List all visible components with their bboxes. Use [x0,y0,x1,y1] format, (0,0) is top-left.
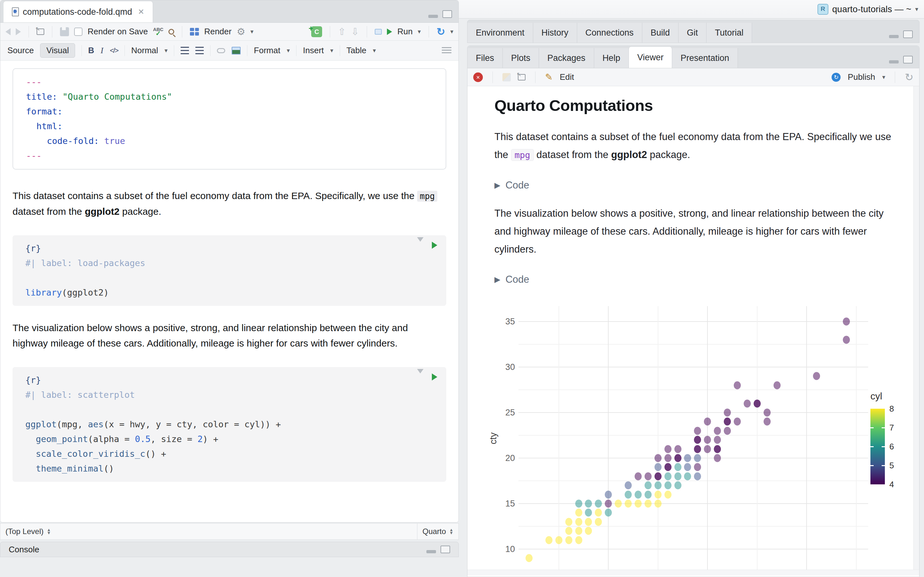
viewer-content[interactable]: Quarto Computations This dataset contain… [467,86,919,570]
viewer-bottom-strip [467,570,919,575]
code-format-button[interactable]: </> [110,47,118,55]
format-menu-caret-icon[interactable]: ▾ [287,47,290,54]
link-icon[interactable] [217,48,225,53]
paragraph-style-dropdown[interactable]: Normal [131,45,158,55]
editor-paragraph[interactable]: This dataset contains a subset of the fu… [13,188,444,219]
run-next-icon[interactable]: ⇩ [351,26,359,37]
run-chunk-icon[interactable] [432,242,437,249]
maximize-pane-icon[interactable] [903,31,913,38]
tab-history[interactable]: History [533,23,577,43]
publish-icon[interactable]: ↻ [832,73,841,82]
insert-chunk-icon[interactable]: C [311,26,322,37]
spellcheck-icon[interactable]: ABC✓ [153,27,164,36]
tab-packages[interactable]: Packages [539,48,594,68]
tab-build[interactable]: Build [642,23,678,43]
bold-button[interactable]: B [88,45,94,55]
maximize-pane-icon[interactable] [443,10,452,18]
data-point [565,518,572,526]
inline-code: mpg [511,149,534,161]
image-icon[interactable] [232,47,241,55]
visual-mode-button[interactable]: Visual [40,43,75,58]
format-menu[interactable]: Format [254,45,280,55]
run-chunks-above-icon[interactable] [417,242,423,249]
doc-title: Quarto Computations [494,97,900,114]
find-replace-icon[interactable] [168,29,174,35]
data-point [674,463,682,471]
tab-files[interactable]: Files [467,48,503,68]
bullet-list-icon[interactable] [181,47,189,55]
close-tab-icon[interactable]: ✕ [138,7,144,16]
refresh-viewer-icon[interactable]: ↻ [905,71,913,83]
maximize-console-icon[interactable] [441,546,450,553]
project-menu[interactable]: R quarto-tutorials — ~ ▾ [817,4,918,15]
edit-button[interactable]: Edit [559,72,574,82]
render-settings-caret-icon[interactable]: ▾ [250,28,254,35]
run-previous-icon[interactable]: ⇧ [338,26,346,37]
code-chunk-scatterplot[interactable]: {r}#| label: scatterplot ggplot(mpg, aes… [13,367,446,482]
run-button[interactable]: Run [397,27,413,37]
render-settings-gear-icon[interactable]: ⚙ [237,26,246,37]
run-chunk-icon[interactable] [432,374,437,380]
code-line: theme_minimal() [25,461,433,476]
save-file-icon[interactable] [60,27,69,36]
back-icon[interactable] [5,28,11,35]
numbered-list-icon[interactable] [195,47,204,55]
tab-connections[interactable]: Connections [577,23,642,43]
data-point [575,518,582,526]
popout-editor-icon[interactable] [37,29,44,35]
publish-caret-icon[interactable]: ▾ [882,73,885,81]
paragraph-style-caret-icon[interactable]: ▾ [165,47,168,54]
source-mode-button[interactable]: Source [7,45,34,55]
render-on-save-checkbox[interactable] [74,27,82,36]
data-point [813,372,820,380]
doc-paragraph: The visualization below shows a positive… [494,205,900,258]
minimize-console-icon[interactable] [426,550,436,553]
run-chunks-above-icon[interactable] [417,374,423,380]
editor-paragraph[interactable]: The visualization below shows a positive… [13,320,444,351]
run-arrow-icon [387,29,392,35]
table-menu[interactable]: Table [347,45,367,55]
code-fold-toggle-1[interactable]: ▶ Code [494,179,900,191]
forward-icon[interactable] [16,28,21,35]
minimize-pane-icon[interactable] [889,60,899,63]
render-icon[interactable] [190,28,199,35]
viewer-scrollbar[interactable] [913,86,919,570]
yaml-metadata-block[interactable]: ---title: "Quarto Computations"format: h… [13,68,446,169]
y-axis-title: cty [488,432,499,444]
tab-git[interactable]: Git [678,23,707,43]
table-menu-caret-icon[interactable]: ▾ [373,47,376,54]
minimize-pane-icon[interactable] [428,15,438,18]
editor-tab[interactable]: computations-code-fold.qmd ✕ [3,1,153,23]
document-outline-icon[interactable] [442,47,451,54]
insert-menu-caret-icon[interactable]: ▾ [330,47,333,54]
tab-help[interactable]: Help [594,48,629,68]
tab-plots[interactable]: Plots [503,48,539,68]
minimize-pane-icon[interactable] [889,35,899,38]
code-chunk-load-packages[interactable]: {r}#| label: load-packages library(ggplo… [13,235,446,306]
tab-tutorial[interactable]: Tutorial [706,23,752,43]
editor-content[interactable]: ---title: "Quarto Computations"format: h… [0,61,459,522]
tab-environment[interactable]: Environment [467,23,533,43]
console-header[interactable]: Console [0,542,459,557]
rerun-icon[interactable]: ↻ [437,26,445,38]
popout-viewer-icon[interactable] [518,74,525,81]
insert-menu[interactable]: Insert [303,45,324,55]
publish-button[interactable]: Publish [848,72,875,82]
gridline-y-10 [519,549,868,550]
run-caret-icon[interactable]: ▾ [418,28,421,35]
code-fold-toggle-2[interactable]: ▶ Code [494,274,900,285]
doc-type-selector[interactable]: Quarto ▲▼ [417,524,459,540]
tab-viewer[interactable]: Viewer [629,47,672,68]
gridline-y-minor [519,435,868,436]
maximize-pane-icon[interactable] [903,56,913,63]
italic-button[interactable]: I [101,46,103,55]
stop-icon[interactable]: × [473,73,483,82]
render-button[interactable]: Render [204,27,231,37]
scope-selector[interactable]: (Top Level) ▲▼ [0,527,417,536]
edit-pencil-icon[interactable]: ✎ [545,72,552,82]
run-doc-icon [375,29,382,35]
tab-presentation[interactable]: Presentation [672,48,738,68]
rerun-caret-icon[interactable]: ▾ [450,28,453,35]
data-point [664,445,672,453]
clear-viewer-broom-icon[interactable] [502,73,511,81]
